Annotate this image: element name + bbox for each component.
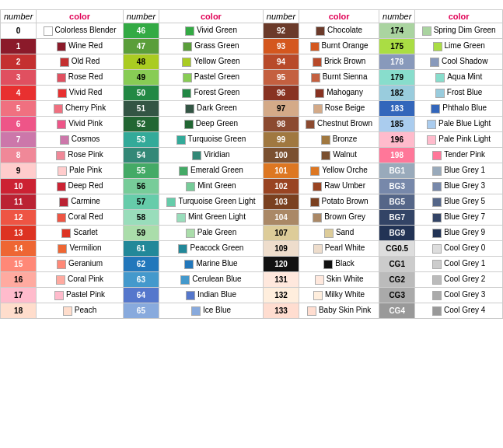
color-label: Cool Grey 1 xyxy=(444,259,485,268)
color-label: Coral Red xyxy=(68,212,103,221)
number-cell: 107 xyxy=(263,226,299,241)
color-swatch xyxy=(176,135,186,145)
color-label-cell: Bronze xyxy=(299,132,379,148)
color-label: Indian Blue xyxy=(197,290,236,299)
color-swatch xyxy=(435,89,445,98)
color-label: Blue Grey 5 xyxy=(444,197,485,205)
color-label: Mahogany xyxy=(327,88,363,96)
number-cell: 52 xyxy=(123,117,159,132)
number-cell: 182 xyxy=(379,86,415,101)
color-swatch xyxy=(185,26,194,36)
number-cell: 97 xyxy=(263,101,299,117)
color-label: Vermilion xyxy=(69,243,101,252)
number-cell: 120 xyxy=(263,257,299,272)
table-row: 11Carmine57Turquoise Green Light103Potat… xyxy=(1,194,503,210)
table-row: 18Peach65Ice Blue133Baby Skin PinkCG4Coo… xyxy=(1,303,503,319)
color-label-cell: Cosmos xyxy=(37,132,123,148)
color-label: Cool Grey 3 xyxy=(444,290,485,299)
color-swatch xyxy=(427,135,436,145)
table-row: 2Old Red48Yellow Green94Brick Brown178Co… xyxy=(1,54,503,70)
number-cell: 9 xyxy=(1,163,37,179)
number-cell: 10 xyxy=(1,179,37,194)
color-label-cell: Cool Grey 0 xyxy=(415,241,503,257)
number-cell: 63 xyxy=(123,272,159,288)
color-label: Cool Grey 2 xyxy=(444,275,485,283)
color-label-cell: Pastel Pink xyxy=(37,288,123,303)
color-swatch xyxy=(311,73,320,82)
color-label-cell: Turquoise Green xyxy=(159,132,264,148)
number-cell: 0 xyxy=(1,23,37,39)
table-row: 1Wine Red47Grass Green93Burnt Orange175L… xyxy=(1,39,503,54)
color-label-cell: Black xyxy=(299,257,379,272)
color-label: Peach xyxy=(75,306,96,314)
color-label-cell: Vivid Red xyxy=(37,86,123,101)
number-cell: 133 xyxy=(263,303,299,319)
number-cell: BG1 xyxy=(379,163,415,179)
color-swatch xyxy=(57,260,66,269)
number-cell: 1 xyxy=(1,39,37,54)
color-label-cell: Cool Grey 4 xyxy=(415,303,503,319)
color-label-cell: Pale Pink xyxy=(37,163,123,179)
color-label-cell: Dark Green xyxy=(159,101,264,117)
number-cell: 3 xyxy=(1,70,37,86)
color-label-cell: Scarlet xyxy=(37,226,123,241)
color-label: Yellow Orche xyxy=(322,166,368,174)
color-label: Blue Grey 7 xyxy=(444,212,485,221)
color-label: Pearl White xyxy=(325,243,365,252)
color-label-cell: Cerulean Blue xyxy=(159,272,264,288)
color-label: Colorless Blender xyxy=(55,26,117,34)
color-label-cell: Spring Dim Green xyxy=(415,23,503,39)
color-label: Cerulean Blue xyxy=(192,275,241,283)
column-header-1: color xyxy=(37,10,123,23)
number-cell: 95 xyxy=(263,70,299,86)
color-swatch xyxy=(186,291,195,300)
number-cell: BG5 xyxy=(379,194,415,210)
number-cell: 93 xyxy=(263,39,299,54)
number-cell: 46 xyxy=(123,23,159,39)
color-swatch xyxy=(324,229,334,238)
color-label: Chocolate xyxy=(327,26,362,34)
color-swatch xyxy=(432,213,442,222)
color-label-cell: Chocolate xyxy=(299,23,379,39)
table-row: 6Vivid Pink52Deep Green98Chestnut Brown1… xyxy=(1,117,503,132)
color-swatch xyxy=(432,291,442,300)
color-label-cell: Cherry Pink xyxy=(37,101,123,117)
color-label: Pale Blue Light xyxy=(438,119,491,128)
number-cell: 50 xyxy=(123,86,159,101)
number-cell: 196 xyxy=(379,132,415,148)
color-label: Blue Grey 1 xyxy=(444,166,485,174)
number-cell: 183 xyxy=(379,101,415,117)
color-swatch xyxy=(57,73,66,82)
color-label: Mint Green xyxy=(197,181,236,190)
color-label: Coral Pink xyxy=(68,275,103,283)
color-swatch xyxy=(183,42,192,51)
color-label: Tender Pink xyxy=(444,150,485,159)
color-label: Phthalo Blue xyxy=(442,103,487,112)
color-label: Pale Green xyxy=(197,228,237,236)
number-cell: 103 xyxy=(263,194,299,210)
color-label: Mint Green Light xyxy=(188,212,246,221)
color-swatch xyxy=(180,275,190,285)
color-swatch xyxy=(310,198,320,207)
number-cell: 96 xyxy=(263,86,299,101)
color-label: Rose Red xyxy=(68,72,103,81)
number-cell: 8 xyxy=(1,148,37,163)
color-swatch xyxy=(430,58,439,67)
color-label: Cool Grey 4 xyxy=(444,306,485,314)
color-label: Rose Pink xyxy=(68,150,103,159)
color-swatch xyxy=(313,104,323,114)
color-label: Milky White xyxy=(325,290,365,299)
number-cell: CG3 xyxy=(379,288,415,303)
color-label-cell: Peacock Green xyxy=(159,241,264,257)
color-swatch xyxy=(60,135,69,145)
color-label-cell: Marine Blue xyxy=(159,257,264,272)
color-label-cell: Deep Red xyxy=(37,179,123,194)
color-label-cell: Ice Blue xyxy=(159,303,264,319)
color-label-cell: Wine Red xyxy=(37,39,123,54)
number-cell: 175 xyxy=(379,39,415,54)
color-label: Spring Dim Green xyxy=(434,26,496,34)
color-label: Rose Beige xyxy=(325,103,365,112)
color-label: Dark Green xyxy=(197,103,237,112)
number-cell: 132 xyxy=(263,288,299,303)
number-cell: 4 xyxy=(1,86,37,101)
